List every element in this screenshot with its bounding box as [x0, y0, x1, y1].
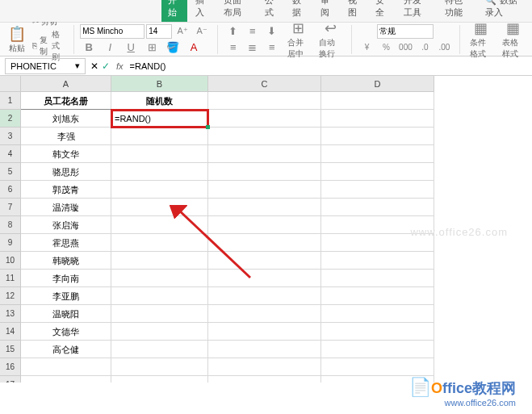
cell[interactable]	[208, 216, 321, 234]
cell[interactable]: 刘旭东	[21, 110, 111, 128]
cell[interactable]	[321, 92, 434, 110]
cell[interactable]	[111, 181, 208, 199]
percent-icon[interactable]: %	[379, 40, 393, 55]
align-top-icon[interactable]: ⬆	[226, 24, 241, 39]
cell[interactable]	[321, 270, 434, 287]
cell[interactable]	[321, 110, 434, 128]
cell[interactable]: 温清璇	[21, 199, 111, 216]
cell[interactable]	[321, 181, 434, 199]
cell[interactable]	[321, 305, 434, 323]
bold-icon[interactable]: B	[82, 40, 96, 55]
cell[interactable]: 张启海	[21, 216, 111, 234]
align-left-icon[interactable]: ≡	[226, 40, 241, 55]
tab-home[interactable]: 开始	[161, 0, 187, 22]
cell[interactable]	[111, 358, 208, 376]
row-header[interactable]: 16	[0, 358, 21, 376]
cell[interactable]	[208, 252, 321, 270]
tab-entry[interactable]: 🔍 数据录入	[479, 0, 529, 22]
tab-dev[interactable]: 开发工具	[397, 0, 437, 22]
font-color-icon[interactable]: A	[186, 40, 201, 55]
col-header-c[interactable]: C	[208, 76, 321, 92]
row-header[interactable]: 4	[0, 145, 21, 163]
accept-formula-icon[interactable]: ✓	[102, 61, 110, 72]
cell[interactable]: 李向南	[21, 270, 111, 287]
cell[interactable]	[111, 145, 208, 163]
fill-icon[interactable]: 🪣	[165, 40, 180, 55]
dec-inc-icon[interactable]: .0	[417, 40, 432, 55]
cell[interactable]	[321, 145, 434, 163]
align-center-icon[interactable]: ≣	[245, 40, 260, 55]
cell[interactable]	[208, 145, 321, 163]
row-header[interactable]: 2	[0, 110, 21, 128]
cell[interactable]	[208, 341, 321, 358]
cell[interactable]	[208, 270, 321, 287]
cell[interactable]: 李强	[21, 128, 111, 145]
row-header[interactable]: 11	[0, 270, 21, 287]
cell[interactable]	[208, 323, 321, 341]
cell[interactable]	[111, 216, 208, 234]
cell[interactable]	[21, 376, 111, 383]
cell[interactable]: 韩文华	[21, 145, 111, 163]
cell[interactable]	[208, 287, 321, 305]
cell[interactable]	[111, 376, 208, 383]
fx-button[interactable]: fx	[113, 61, 127, 71]
cell[interactable]	[208, 199, 321, 216]
row-header[interactable]: 7	[0, 199, 21, 216]
col-header-a[interactable]: A	[21, 76, 111, 92]
row-header[interactable]: 9	[0, 234, 21, 252]
col-header-d[interactable]: D	[321, 76, 434, 92]
cell[interactable]	[321, 323, 434, 341]
cell[interactable]	[111, 163, 208, 181]
row-header[interactable]: 1	[0, 92, 21, 110]
row-header[interactable]: 8	[0, 216, 21, 234]
cell[interactable]	[111, 323, 208, 341]
cell[interactable]	[208, 110, 321, 128]
number-format-select[interactable]	[377, 24, 434, 39]
tab-security[interactable]: 安全	[369, 0, 395, 22]
cell[interactable]: 员工花名册	[21, 92, 111, 110]
cell[interactable]: 韩晓晓	[21, 252, 111, 270]
tab-special[interactable]: 特色功能	[438, 0, 478, 22]
cell[interactable]: 温晓阳	[21, 305, 111, 323]
cell[interactable]	[321, 341, 434, 358]
comma-icon[interactable]: 000	[398, 40, 413, 55]
wrap-button[interactable]: ↩ 自动换行	[316, 18, 344, 61]
cell[interactable]: 随机数	[111, 92, 208, 110]
cell[interactable]: 骆思彤	[21, 163, 111, 181]
cell[interactable]	[321, 358, 434, 376]
row-header[interactable]: 17	[0, 376, 21, 383]
cell[interactable]	[321, 163, 434, 181]
paste-button[interactable]: 📋 粘贴	[5, 23, 29, 56]
name-box[interactable]: PHONETIC▾	[5, 58, 86, 74]
tab-view[interactable]: 视图	[341, 0, 367, 22]
cell[interactable]	[208, 163, 321, 181]
currency-icon[interactable]: ¥	[359, 40, 374, 55]
cell[interactable]	[111, 252, 208, 270]
cell[interactable]: 李亚鹏	[21, 287, 111, 305]
increase-font-icon[interactable]: A⁺	[175, 24, 190, 39]
col-header-b[interactable]: B	[111, 76, 208, 92]
row-header[interactable]: 10	[0, 252, 21, 270]
select-all-corner[interactable]	[0, 76, 21, 92]
row-header[interactable]: 5	[0, 163, 21, 181]
cell[interactable]	[208, 358, 321, 376]
cell[interactable]	[111, 287, 208, 305]
cell[interactable]	[111, 199, 208, 216]
cancel-formula-icon[interactable]: ✕	[90, 61, 98, 72]
tab-review[interactable]: 审阅	[314, 0, 340, 22]
cell[interactable]: 郭茂青	[21, 181, 111, 199]
dec-dec-icon[interactable]: .00	[437, 40, 451, 55]
align-bot-icon[interactable]: ⬇	[265, 24, 279, 39]
font-size-select[interactable]	[146, 24, 172, 39]
cell[interactable]	[208, 181, 321, 199]
cell[interactable]	[208, 92, 321, 110]
align-right-icon[interactable]: ≡	[265, 40, 279, 55]
cond-format-button[interactable]: ▦ 条件格式	[467, 18, 495, 61]
row-header[interactable]: 12	[0, 287, 21, 305]
italic-icon[interactable]: I	[103, 40, 117, 55]
cell[interactable]	[111, 234, 208, 252]
row-header[interactable]: 6	[0, 181, 21, 199]
cell[interactable]: 高仑健	[21, 341, 111, 358]
cell[interactable]	[208, 305, 321, 323]
cell[interactable]	[208, 128, 321, 145]
